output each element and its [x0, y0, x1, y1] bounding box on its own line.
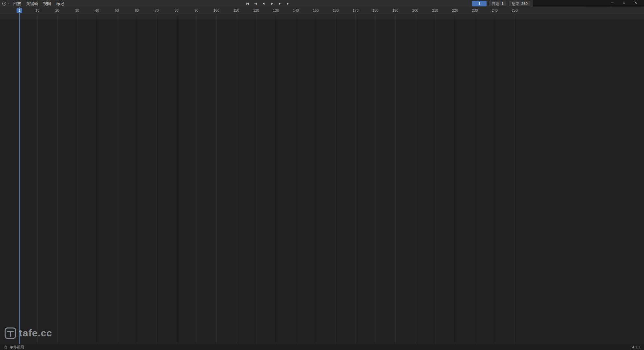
ruler-frame-170: 170	[352, 8, 358, 12]
ruler-frame-20: 20	[55, 8, 59, 12]
transport-key-next-button[interactable]	[276, 1, 284, 6]
ruler-frame-180: 180	[373, 8, 378, 12]
maximize-button[interactable]	[618, 0, 630, 6]
frame-gridline	[216, 14, 217, 350]
jump-start-icon	[246, 2, 249, 6]
ruler-frame-220: 220	[452, 8, 458, 12]
status-hint: 平移视图	[10, 344, 24, 350]
ruler-frame-140: 140	[293, 8, 299, 12]
status-bar: 平移视图 4.1.1	[0, 344, 644, 350]
mouse-hint-icon	[4, 345, 7, 349]
play-rev-icon	[262, 2, 266, 6]
frame-gridline	[197, 14, 197, 350]
frame-gridline	[435, 14, 435, 350]
frame-gridline	[415, 14, 415, 350]
timeline-ruler[interactable]: 1020304050607080901001101201301401501601…	[0, 7, 644, 14]
frame-gridline	[256, 14, 256, 350]
playback-controls	[244, 0, 292, 7]
frame-gridline	[296, 14, 296, 350]
ruler-frame-70: 70	[155, 8, 159, 12]
timeline-menu-2[interactable]: 视图	[41, 1, 54, 6]
frame-gridline	[137, 14, 137, 350]
current-frame-field[interactable]: 1	[472, 1, 487, 6]
ruler-frame-90: 90	[195, 8, 198, 12]
timeline-menus: 回放关键帧视图标记	[11, 1, 66, 6]
timeline-tracks[interactable]	[0, 14, 644, 350]
timeline-menu-3[interactable]: 标记	[54, 1, 66, 6]
ruler-frame-60: 60	[135, 8, 139, 12]
editor-type-icon[interactable]	[2, 1, 6, 6]
ruler-frame-230: 230	[472, 8, 478, 12]
ruler-frame-120: 120	[253, 8, 259, 12]
transport-play-rev-button[interactable]	[260, 1, 268, 6]
editor-type-chevron-icon[interactable]	[7, 2, 10, 5]
playhead-frame-badge[interactable]: 1	[17, 8, 22, 13]
ruler-frame-80: 80	[174, 8, 178, 12]
frame-gridline	[515, 14, 515, 350]
frame-gridline	[236, 14, 236, 350]
playhead[interactable]	[19, 7, 20, 350]
frame-gridline	[395, 14, 396, 350]
frame-gridline	[475, 14, 475, 350]
key-next-icon	[278, 2, 282, 6]
frame-gridline	[495, 14, 495, 350]
minimize-button[interactable]	[606, 0, 618, 6]
ruler-frame-40: 40	[95, 8, 99, 12]
timeline-header: 回放关键帧视图标记 1 开始1 结束250	[0, 0, 533, 7]
ruler-frame-150: 150	[313, 8, 319, 12]
transport-key-prev-button[interactable]	[252, 1, 259, 6]
frame-gridline	[97, 14, 97, 350]
end-frame-field[interactable]: 结束250	[508, 1, 531, 6]
frame-gridline	[355, 14, 356, 350]
x-icon	[634, 1, 638, 5]
blender-version: 4.1.1	[632, 345, 640, 349]
blender-window: * girl [F:\luna\IP演示\girl.blend] - Blend…	[0, 0, 644, 350]
frame-gridline	[316, 14, 316, 350]
transport-play-button[interactable]	[268, 1, 276, 6]
play-icon	[270, 2, 274, 6]
ruler-frame-110: 110	[233, 8, 239, 12]
transport-jump-start-button[interactable]	[244, 1, 251, 6]
minus-icon	[611, 1, 614, 5]
winmax-icon	[623, 1, 626, 4]
ruler-frame-200: 200	[412, 8, 418, 12]
ruler-frame-160: 160	[333, 8, 339, 12]
ruler-frame-240: 240	[492, 8, 498, 12]
timeline-menu-1[interactable]: 关键帧	[24, 1, 41, 6]
frame-gridline	[37, 14, 38, 350]
timeline-menu-0[interactable]: 回放	[11, 1, 24, 6]
frame-range-fields: 1 开始1 结束250	[472, 1, 531, 6]
ruler-frame-190: 190	[392, 8, 398, 12]
frame-gridline	[336, 14, 336, 350]
frame-gridline	[77, 14, 78, 350]
ruler-frame-30: 30	[75, 8, 79, 12]
window-controls	[606, 0, 641, 6]
ruler-frame-50: 50	[115, 8, 119, 12]
frame-gridline	[117, 14, 117, 350]
jump-end-icon	[286, 2, 290, 6]
ruler-frame-250: 250	[512, 8, 518, 12]
frame-gridline	[57, 14, 58, 350]
ruler-frame-130: 130	[273, 8, 279, 12]
transport-jump-end-button[interactable]	[284, 1, 292, 6]
timeline-editor: 回放关键帧视图标记 1 开始1 结束250 102030405060708090…	[0, 0, 533, 101]
ruler-frame-10: 10	[35, 8, 39, 12]
close-button[interactable]	[630, 0, 641, 6]
start-frame-field[interactable]: 开始1	[488, 1, 507, 6]
frame-gridline	[455, 14, 455, 350]
ruler-frame-210: 210	[432, 8, 438, 12]
key-prev-icon	[254, 2, 257, 6]
frame-gridline	[376, 14, 376, 350]
frame-gridline	[276, 14, 276, 350]
frame-gridline	[157, 14, 157, 350]
ruler-frame-100: 100	[213, 8, 219, 12]
frame-gridline	[177, 14, 177, 350]
